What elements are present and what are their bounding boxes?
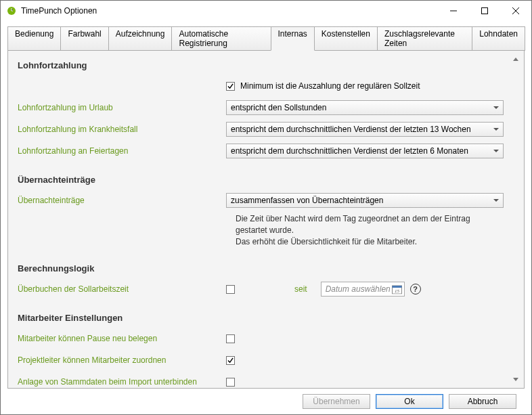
tab-farbwahl[interactable]: Farbwahl	[60, 26, 108, 51]
urlaub-label: Lohnfortzahlung im Urlaub	[18, 103, 226, 112]
apply-button[interactable]: Übernehmen	[303, 394, 370, 409]
projektleiter-label: Projektleiter können Mitarbeiter zuordne…	[18, 355, 226, 365]
cancel-button[interactable]: Abbruch	[449, 394, 516, 409]
tab-automatische-registrierung[interactable]: Automatische Registrierung	[171, 26, 271, 51]
minimum-checkbox[interactable]	[226, 82, 235, 91]
dialog-footer: Übernehmen Ok Abbruch	[7, 389, 525, 414]
help-icon[interactable]: ?	[410, 284, 421, 294]
svg-rect-3	[392, 286, 401, 288]
section-uebernacht-heading: Übernachteinträge	[18, 175, 504, 185]
scroll-down-button[interactable]	[510, 374, 521, 385]
tab-bedienung[interactable]: Bedienung	[7, 26, 61, 51]
pause-label: Mitarbeiter können Pause neu belegen	[18, 334, 226, 343]
krank-label: Lohnfortzahlung im Krankheitsfall	[18, 125, 226, 134]
window-title: TimePunch Optionen	[21, 6, 438, 16]
ok-button[interactable]: Ok	[376, 394, 443, 409]
section-lohnfortzahlung-heading: Lohnfortzahlung	[18, 60, 504, 70]
section-berechnung-heading: Berechnungslogik	[18, 263, 504, 274]
seit-label: seit	[294, 284, 307, 294]
tab-aufzeichnung[interactable]: Aufzeichnung	[108, 26, 173, 51]
ueberbuchen-label: Überbuchen der Sollarbeitszeit	[18, 284, 226, 294]
titlebar: TimePunch Optionen	[1, 1, 531, 21]
urlaub-combo[interactable]: entspricht den Sollstunden	[226, 100, 504, 115]
uebernacht-combo[interactable]: zusammenfassen von Übernachteinträgen	[226, 193, 504, 208]
maximize-button[interactable]	[469, 1, 500, 21]
stammdaten-label: Anlage von Stammdaten beim Import unterb…	[18, 377, 226, 387]
close-button[interactable]	[500, 1, 531, 21]
svg-text:15: 15	[395, 288, 400, 294]
pause-checkbox[interactable]	[226, 334, 235, 343]
seit-datepicker[interactable]: Datum auswählen 15	[321, 282, 405, 297]
window: TimePunch Optionen Bedienung Farbwahl Au…	[0, 0, 532, 415]
scroll-up-button[interactable]	[510, 53, 521, 65]
svg-rect-1	[482, 8, 488, 14]
section-mitarbeiter-heading: Mitarbeiter Einstellungen	[18, 313, 504, 323]
calendar-icon: 15	[392, 284, 402, 294]
app-icon	[6, 5, 17, 16]
uebernacht-hint: Die Zeit über Nacht wird dem Tag zugeord…	[236, 213, 504, 247]
tab-strip: Bedienung Farbwahl Aufzeichnung Automati…	[7, 26, 525, 51]
uebernacht-label: Übernachteinträge	[18, 196, 226, 205]
feiertag-combo[interactable]: entspricht dem durchschnittlichen Verdie…	[226, 144, 504, 158]
krank-combo[interactable]: entspricht dem durchschnittlichen Verdie…	[226, 122, 504, 137]
minimize-button[interactable]	[438, 1, 469, 21]
minimum-checkbox-label[interactable]: Minimum ist die Auszahlung der regulären…	[240, 81, 420, 91]
tab-internas[interactable]: Internas	[271, 26, 315, 51]
stammdaten-checkbox[interactable]	[226, 378, 235, 387]
projektleiter-checkbox[interactable]	[226, 356, 235, 365]
tab-panel: Lohnfortzahlung Minimum ist die Auszahlu…	[7, 50, 525, 389]
feiertag-label: Lohnfortzahlung an Feiertagen	[18, 146, 226, 156]
tab-kostenstellen[interactable]: Kostenstellen	[314, 26, 378, 51]
client-area: Bedienung Farbwahl Aufzeichnung Automati…	[1, 21, 531, 414]
tab-zuschlagsrelevante-zeiten[interactable]: Zuschlagsrelevante Zeiten	[377, 26, 472, 51]
ueberbuchen-checkbox[interactable]	[226, 285, 235, 294]
tab-lohndaten[interactable]: Lohndaten	[472, 26, 525, 51]
